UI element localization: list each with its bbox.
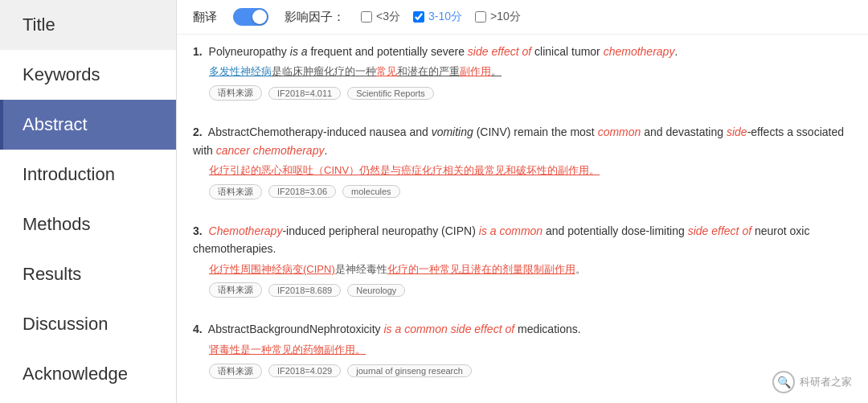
result-en: 2. AbstractChemotherapy-induced nausea a… [193,123,852,159]
result-en: 3. Chemotherapy-induced peripheral neuro… [193,222,852,258]
option-lt3-label: <3分 [376,10,400,24]
option-3to10-label: 3-10分 [428,10,462,24]
sidebar-item-introduction[interactable]: Introduction [0,150,176,199]
result-num: 4. [193,323,203,335]
meta-source: 语料来源 [209,184,262,199]
checkbox-gt10[interactable] [475,11,486,23]
result-item: 3. Chemotherapy-induced peripheral neuro… [193,222,852,306]
sidebar-item-methods[interactable]: Methods [0,199,176,249]
option-lt3[interactable]: <3分 [361,10,400,24]
meta-journal: molecules [342,185,400,198]
result-item: 2. AbstractChemotherapy-induced nausea a… [193,123,852,208]
toggle-thumb [252,10,267,24]
result-num: 1. [193,45,203,58]
result-num: 2. [193,125,203,138]
meta-source: 语料来源 [209,364,262,379]
result-zh: 化疗性周围神经病变(CIPN)是神经毒性化疗的一种常见且潜在的剂量限制副作用。 [209,261,852,278]
result-zh: 化疗引起的恶心和呕吐（CINV）仍然是与癌症化疗相关的最常见和破坏性的副作用。 [209,162,852,179]
checkbox-lt3[interactable] [361,11,372,23]
sidebar: TitleKeywordsAbstractIntroductionMethods… [0,0,177,403]
sidebar-item-title[interactable]: Title [0,0,176,50]
meta-journal: Neurology [347,284,405,297]
meta-row: 语料来源 IF2018=4.029 journal of ginseng res… [209,364,852,379]
meta-row: 语料来源 IF2018=3.06 molecules [209,184,852,199]
sidebar-item-keywords[interactable]: Keywords [0,50,176,100]
factor-options: <3分 3-10分 >10分 [361,10,521,24]
meta-if: IF2018=4.029 [268,364,341,377]
meta-row: 语料来源 IF2018=4.011 Scientific Reports [209,85,852,101]
main-panel: 翻译 影响因子： <3分 3-10分 >10分 [177,0,868,403]
result-list: 1. Polyneuropathy is a frequent and pote… [193,43,852,387]
meta-if: IF2018=4.011 [268,87,341,100]
sidebar-item-results[interactable]: Results [0,249,176,299]
result-num: 3. [193,224,203,237]
result-item: 1. Polyneuropathy is a frequent and pote… [193,43,852,109]
en-text: AbstractBackgroundNephrotoxicity is a co… [208,323,581,335]
sidebar-item-abstract[interactable]: Abstract [0,100,176,150]
result-en: 4. AbstractBackgroundNephrotoxicity is a… [193,320,852,338]
en-text: Chemotherapy-induced peripheral neuropat… [193,224,809,255]
sidebar-item-acknowledge[interactable]: Acknowledge [0,349,176,399]
en-text: Polyneuropathy is a frequent and potenti… [209,45,678,58]
meta-journal: Scientific Reports [347,87,434,100]
meta-journal: journal of ginseng research [347,364,472,377]
factor-label: 影响因子： [285,10,345,25]
option-gt10-label: >10分 [490,10,521,24]
translate-toggle[interactable] [233,8,268,26]
result-en: 1. Polyneuropathy is a frequent and pote… [193,43,852,60]
meta-if: IF2018=3.06 [268,185,336,198]
translate-label: 翻译 [193,10,217,25]
result-zh: 多发性神经病是临床肿瘤化疗的一种常见和潜在的严重副作用。 [209,64,852,80]
meta-row: 语料来源 IF2018=8.689 Neurology [209,282,852,298]
meta-if: IF2018=8.689 [268,284,341,297]
toolbar: 翻译 影响因子： <3分 3-10分 >10分 [177,0,868,35]
option-gt10[interactable]: >10分 [475,10,521,24]
checkbox-3to10[interactable] [413,11,424,23]
meta-source: 语料来源 [209,282,262,298]
result-zh: 肾毒性是一种常见的药物副作用。 [209,342,852,359]
meta-source: 语料来源 [209,85,262,101]
sidebar-item-discussion[interactable]: Discussion [0,299,176,349]
en-text: AbstractChemotherapy-induced nausea and … [193,125,844,156]
content-area: 1. Polyneuropathy is a frequent and pote… [177,35,868,403]
result-item: 4. AbstractBackgroundNephrotoxicity is a… [193,320,852,386]
option-3to10[interactable]: 3-10分 [413,10,462,24]
